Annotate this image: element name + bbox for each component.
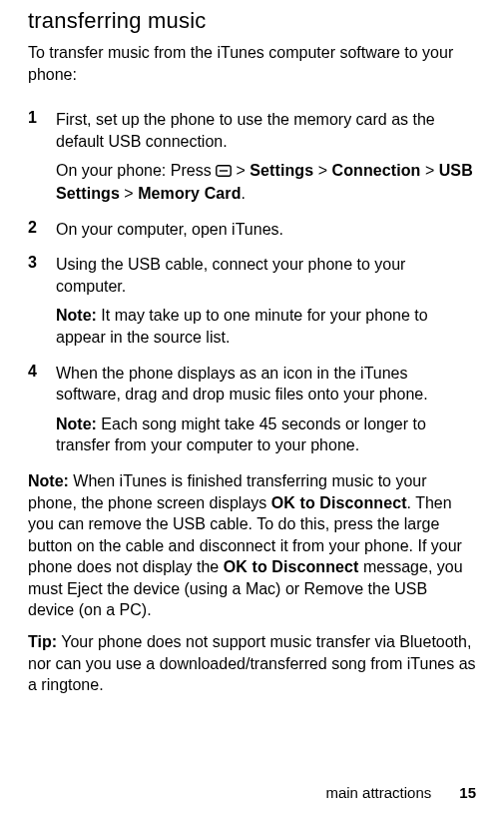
step-1-text: First, set up the phone to use the memor… — [56, 109, 476, 152]
step-3: 3 Using the USB cable, connect your phon… — [28, 254, 476, 356]
footer-page-number: 15 — [459, 784, 476, 801]
step-1-sub-end: . — [242, 185, 246, 202]
step-2-text: On your computer, open iTunes. — [56, 219, 476, 241]
menu-key-icon — [216, 161, 232, 183]
step-3-note-label: Note: — [56, 307, 97, 324]
step-1-sub-b2: Connection — [331, 162, 420, 179]
step-4-text: When the phone displays as an icon in th… — [56, 363, 476, 406]
step-3-note-text: It may take up to one minute for your ph… — [56, 307, 428, 346]
footer-section: main attractions — [325, 784, 431, 801]
step-1-number: 1 — [28, 109, 56, 212]
tip-label: Tip: — [28, 633, 57, 650]
step-1-sub-mid1: > — [313, 162, 331, 179]
bottom-note-b2: OK to Disconnect — [224, 558, 359, 575]
step-4-number: 4 — [28, 363, 56, 464]
step-1-sub-mid2: > — [420, 162, 438, 179]
step-1-sub-b1: Settings — [250, 162, 313, 179]
step-3-number: 3 — [28, 254, 56, 356]
step-2: 2 On your computer, open iTunes. — [28, 219, 476, 249]
section-heading: transferring music — [28, 8, 476, 34]
step-1-body: First, set up the phone to use the memor… — [56, 109, 476, 212]
page-footer: main attractions15 — [325, 784, 476, 801]
step-2-number: 2 — [28, 219, 56, 249]
step-2-body: On your computer, open iTunes. — [56, 219, 476, 249]
step-3-note: Note: It may take up to one minute for y… — [56, 305, 476, 348]
step-3-text: Using the USB cable, connect your phone … — [56, 254, 476, 297]
step-4-body: When the phone displays as an icon in th… — [56, 363, 476, 464]
bottom-note-b1: OK to Disconnect — [271, 494, 407, 511]
bottom-note-label: Note: — [28, 472, 69, 489]
step-1-subtext: On your phone: Press > Settings > Connec… — [56, 160, 476, 204]
step-1-sub-after-icon: > — [232, 162, 250, 179]
step-3-body: Using the USB cable, connect your phone … — [56, 254, 476, 356]
intro-paragraph: To transfer music from the iTunes comput… — [28, 42, 476, 85]
step-1-sub-prefix: On your phone: Press — [56, 162, 216, 179]
tip-paragraph: Tip: Your phone does not support music t… — [28, 631, 476, 696]
step-1-sub-mid3: > — [120, 185, 138, 202]
step-1: 1 First, set up the phone to use the mem… — [28, 109, 476, 212]
step-4-note-label: Note: — [56, 415, 97, 432]
step-4: 4 When the phone displays as an icon in … — [28, 363, 476, 464]
step-4-note-text: Each song might take 45 seconds or longe… — [56, 415, 426, 454]
tip-text: Your phone does not support music transf… — [28, 633, 476, 693]
bottom-note: Note: When iTunes is finished transferri… — [28, 470, 476, 621]
step-4-note: Note: Each song might take 45 seconds or… — [56, 413, 476, 456]
step-1-sub-b4: Memory Card — [138, 185, 241, 202]
